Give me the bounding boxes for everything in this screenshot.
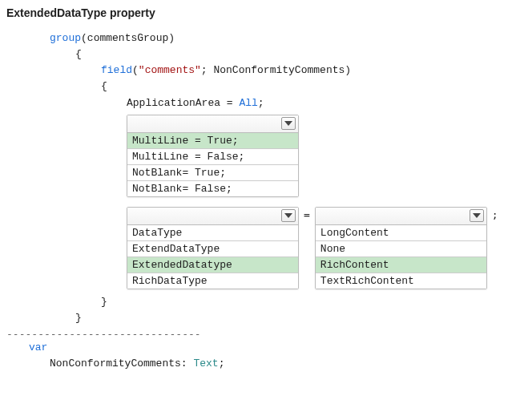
dropdown-property-name-list: DataType ExtendDataType ExtendedDatatype… bbox=[127, 225, 298, 289]
brace-close-group: } bbox=[6, 310, 514, 326]
dropdown-option[interactable]: MultiLine = True; bbox=[127, 133, 298, 149]
dropdown-option[interactable]: MultiLine = False; bbox=[127, 149, 298, 165]
var-type: Text bbox=[193, 357, 218, 370]
brace-open-field: { bbox=[6, 79, 514, 95]
chevron-down-icon[interactable] bbox=[470, 209, 484, 222]
page-title: ExtendedDataType property bbox=[6, 6, 514, 19]
dropdown-properties[interactable]: MultiLine = True; MultiLine = False; Not… bbox=[127, 115, 299, 197]
brace-open-group: { bbox=[6, 46, 514, 63]
dropdown-option[interactable]: RichDataType bbox=[127, 273, 298, 289]
chevron-down-icon[interactable] bbox=[281, 209, 296, 222]
apparea-label: ApplicationArea = bbox=[127, 97, 239, 109]
field-ident: NonConformityComments bbox=[213, 64, 345, 76]
brace-close-field: } bbox=[6, 294, 514, 310]
var-colon: : bbox=[181, 357, 194, 370]
var-name: NonConformityComments bbox=[50, 357, 181, 370]
dropdown-option[interactable]: ExtendDataType bbox=[127, 241, 298, 257]
separator-dashes: ------------------------------- bbox=[6, 328, 514, 340]
dropdown-properties-header[interactable] bbox=[127, 115, 298, 133]
chevron-down-icon[interactable] bbox=[281, 117, 296, 130]
dropdown-property-value-list: LongContent None RichContent TextRichCon… bbox=[316, 225, 486, 289]
dropdown-option[interactable]: ExtendedDatatype bbox=[127, 257, 298, 273]
dropdown-option[interactable]: None bbox=[316, 241, 486, 257]
trailing-semicolon: ; bbox=[492, 207, 498, 220]
dropdown-option[interactable]: TextRichContent bbox=[316, 273, 486, 289]
dropdown-option[interactable]: LongContent bbox=[316, 225, 486, 241]
keyword-var: var bbox=[29, 341, 47, 353]
code-line-field: field("comments"; NonConformityComments) bbox=[6, 63, 514, 79]
keyword-field: field bbox=[101, 64, 132, 76]
var-declaration: NonConformityComments: Text; bbox=[6, 356, 514, 372]
var-semicolon: ; bbox=[219, 357, 225, 370]
apparea-semicolon: ; bbox=[258, 97, 264, 109]
field-close: ) bbox=[345, 64, 351, 76]
code-line-group: group(commentsGroup) bbox=[6, 30, 514, 46]
group-arg: commentsGroup bbox=[87, 32, 168, 44]
dropdown-property-value-header[interactable] bbox=[316, 208, 486, 225]
field-string: "comments" bbox=[139, 64, 201, 76]
dropdown-property-value[interactable]: LongContent None RichContent TextRichCon… bbox=[315, 207, 487, 289]
field-sep: ; bbox=[201, 64, 214, 76]
apparea-value: All bbox=[239, 97, 257, 109]
dropdown-option[interactable]: RichContent bbox=[316, 257, 486, 273]
dropdown-option[interactable]: NotBlank= False; bbox=[127, 181, 298, 196]
equals-text: = bbox=[304, 207, 310, 220]
dropdown-option[interactable]: DataType bbox=[127, 225, 298, 241]
dropdown-properties-list: MultiLine = True; MultiLine = False; Not… bbox=[127, 133, 298, 196]
code-line-apparea: ApplicationArea = All; bbox=[6, 95, 514, 111]
dropdown-option[interactable]: NotBlank= True; bbox=[127, 165, 298, 181]
dropdown-property-name[interactable]: DataType ExtendDataType ExtendedDatatype… bbox=[127, 207, 299, 289]
dropdown-property-name-header[interactable] bbox=[127, 208, 298, 225]
var-keyword-line: var bbox=[6, 340, 514, 356]
keyword-group: group bbox=[50, 32, 81, 44]
